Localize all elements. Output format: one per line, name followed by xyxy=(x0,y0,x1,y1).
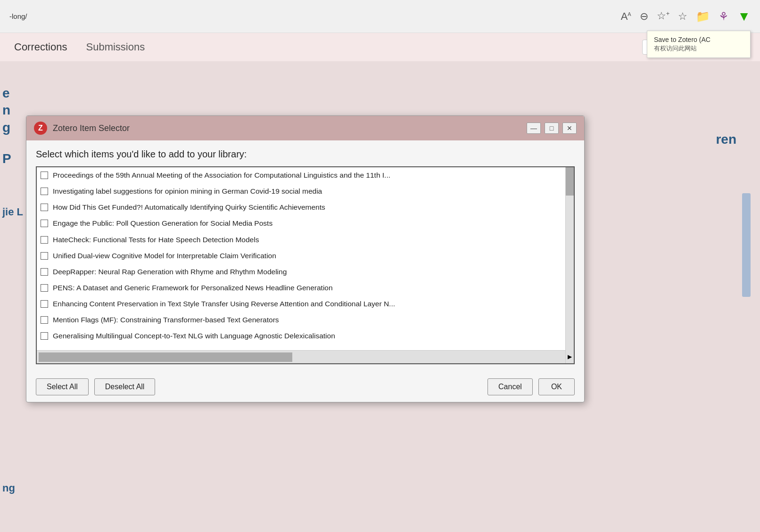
cancel-button[interactable]: Cancel xyxy=(487,378,533,395)
items-list-container: Proceedings of the 59th Annual Meeting o… xyxy=(36,166,575,364)
zoom-out-icon[interactable]: ⊖ xyxy=(640,10,648,23)
checkbox-item-1[interactable] xyxy=(41,172,48,179)
checkbox-item-4[interactable] xyxy=(41,220,48,227)
nav-corrections[interactable]: Corrections xyxy=(14,39,67,56)
item-label-10: Mention Flags (MF): Constraining Transfo… xyxy=(53,315,279,325)
ok-button[interactable]: OK xyxy=(538,378,575,395)
zotero-dna-icon[interactable]: ⚘ xyxy=(719,10,729,23)
item-label-7: DeepRapper: Neural Rap Generation with R… xyxy=(53,267,287,277)
item-label-6: Unified Dual-view Cognitive Model for In… xyxy=(53,251,276,261)
item-label-3: How Did This Get Funded?! Automatically … xyxy=(53,203,325,212)
list-item: Enhancing Content Preservation in Text S… xyxy=(37,296,574,312)
checkbox-item-5[interactable] xyxy=(41,236,48,244)
item-label-4: Engage the Public: Poll Question Generat… xyxy=(53,219,273,228)
list-item: HateCheck: Functional Tests for Hate Spe… xyxy=(37,232,574,248)
item-label-8: PENS: A Dataset and Generic Framework fo… xyxy=(53,283,333,293)
font-size-icon[interactable]: AA xyxy=(621,10,631,23)
scroll-arrow-right-icon[interactable]: ▶ xyxy=(565,350,574,363)
zotero-tooltip: Save to Zotero (AC 有权访问此网站 xyxy=(647,31,751,58)
browser-icon-group: AA ⊖ ☆+ ☆ 📁 ⚘ ▼ xyxy=(621,9,751,24)
dialog-overlay: Z Zotero Item Selector — □ ✕ Select whic… xyxy=(0,61,760,532)
item-label-9: Enhancing Content Preservation in Text S… xyxy=(53,299,395,309)
dialog-footer: Select All Deselect All Cancel OK xyxy=(26,372,584,402)
items-list: Proceedings of the 59th Annual Meeting o… xyxy=(37,167,574,351)
list-vertical-scrollbar[interactable] xyxy=(565,167,574,351)
list-item: How Did This Get Funded?! Automatically … xyxy=(37,199,574,215)
scrollbar-thumb-v[interactable] xyxy=(566,167,574,196)
add-bookmark-icon[interactable]: ☆+ xyxy=(657,10,670,22)
select-all-button[interactable]: Select All xyxy=(36,378,89,395)
list-item: Unified Dual-view Cognitive Model for In… xyxy=(37,248,574,264)
dialog-body: Select which items you'd like to add to … xyxy=(26,140,584,372)
dialog-instruction: Select which items you'd like to add to … xyxy=(36,149,575,160)
list-item: Proceedings of the 59th Annual Meeting o… xyxy=(37,167,574,183)
download-icon[interactable]: ▼ xyxy=(737,9,751,24)
bookmark-icon[interactable]: ☆ xyxy=(678,10,687,23)
list-item: DeepRapper: Neural Rap Generation with R… xyxy=(37,264,574,280)
nav-submissions[interactable]: Submissions xyxy=(86,39,145,56)
checkbox-item-2[interactable] xyxy=(41,188,48,195)
checkbox-item-6[interactable] xyxy=(41,252,48,260)
dialog-window-controls: — □ ✕ xyxy=(527,123,577,134)
item-label-2: Investigating label suggestions for opin… xyxy=(53,187,322,196)
address-bar[interactable]: -long/ xyxy=(9,12,616,20)
list-item: Engage the Public: Poll Question Generat… xyxy=(37,215,574,231)
page-nav: Corrections Submissions xyxy=(0,33,760,61)
checkbox-item-11[interactable] xyxy=(41,332,48,340)
dialog-titlebar: Z Zotero Item Selector — □ ✕ xyxy=(26,116,584,140)
scrollbar-thumb-h[interactable] xyxy=(39,352,292,362)
checkbox-item-3[interactable] xyxy=(41,204,48,211)
item-label-11: Generalising Multilingual Concept-to-Tex… xyxy=(53,331,335,341)
deselect-all-button[interactable]: Deselect All xyxy=(94,378,156,395)
dialog-close-button[interactable]: ✕ xyxy=(562,123,577,134)
list-horizontal-scrollbar[interactable] xyxy=(37,350,565,363)
page-content: e n g P jie L ren ng Z Zotero Item Selec… xyxy=(0,61,760,532)
dialog-maximize-button[interactable]: □ xyxy=(545,123,559,134)
checkbox-item-9[interactable] xyxy=(41,300,48,308)
dialog-title: Zotero Item Selector xyxy=(53,123,521,133)
folder-icon[interactable]: 📁 xyxy=(696,10,710,23)
list-item: PENS: A Dataset and Generic Framework fo… xyxy=(37,280,574,296)
list-item: Investigating label suggestions for opin… xyxy=(37,183,574,199)
checkbox-item-10[interactable] xyxy=(41,316,48,324)
item-label-5: HateCheck: Functional Tests for Hate Spe… xyxy=(53,235,259,245)
dialog-minimize-button[interactable]: — xyxy=(527,123,541,134)
zotero-item-selector-dialog: Z Zotero Item Selector — □ ✕ Select whic… xyxy=(26,115,585,402)
tooltip-line2: 有权访问此网站 xyxy=(654,44,743,53)
browser-toolbar: -long/ AA ⊖ ☆+ ☆ 📁 ⚘ ▼ xyxy=(0,0,760,33)
zotero-logo-icon: Z xyxy=(34,122,47,135)
list-item: Mention Flags (MF): Constraining Transfo… xyxy=(37,312,574,328)
checkbox-item-8[interactable] xyxy=(41,284,48,292)
item-label-1: Proceedings of the 59th Annual Meeting o… xyxy=(53,171,390,180)
checkbox-item-7[interactable] xyxy=(41,268,48,276)
list-item: Generalising Multilingual Concept-to-Tex… xyxy=(37,328,574,344)
tooltip-line1: Save to Zotero (AC xyxy=(654,36,743,43)
